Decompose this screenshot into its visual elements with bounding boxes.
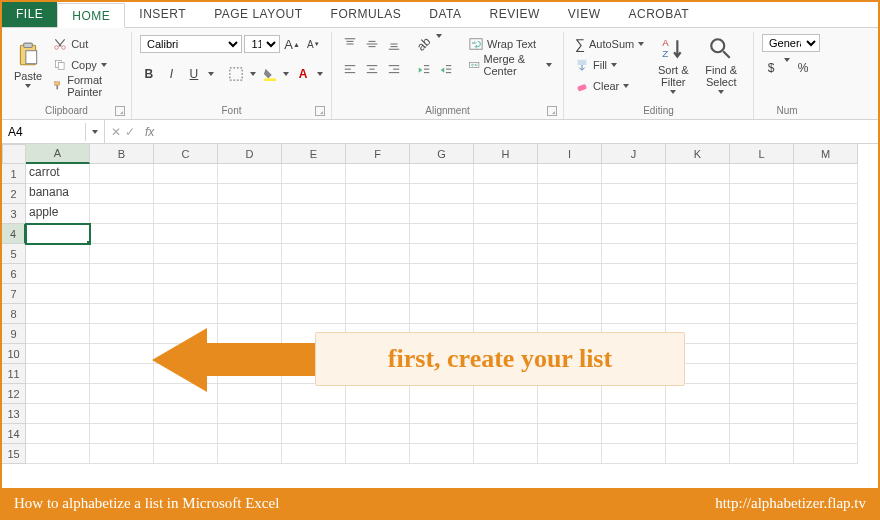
row-header-7[interactable]: 7 — [2, 284, 26, 304]
row-header-3[interactable]: 3 — [2, 204, 26, 224]
cell-B14[interactable] — [90, 424, 154, 444]
tab-page-layout[interactable]: PAGE LAYOUT — [200, 2, 316, 27]
cell-A14[interactable] — [26, 424, 90, 444]
increase-indent-button[interactable] — [436, 60, 456, 80]
cell-C5[interactable] — [154, 244, 218, 264]
cell-C1[interactable] — [154, 164, 218, 184]
align-middle-button[interactable] — [362, 34, 382, 54]
cell-F14[interactable] — [346, 424, 410, 444]
cell-M14[interactable] — [794, 424, 858, 444]
cell-J6[interactable] — [602, 264, 666, 284]
chevron-down-icon[interactable] — [208, 72, 214, 76]
number-format-select[interactable]: General — [762, 34, 820, 52]
cell-E13[interactable] — [282, 404, 346, 424]
cell-E8[interactable] — [282, 304, 346, 324]
cell-B8[interactable] — [90, 304, 154, 324]
cell-M15[interactable] — [794, 444, 858, 464]
row-header-8[interactable]: 8 — [2, 304, 26, 324]
col-header-F[interactable]: F — [346, 144, 410, 164]
cell-K10[interactable] — [666, 344, 730, 364]
cell-B12[interactable] — [90, 384, 154, 404]
cell-C8[interactable] — [154, 304, 218, 324]
row-header-14[interactable]: 14 — [2, 424, 26, 444]
cut-button[interactable]: Cut — [50, 34, 123, 54]
cell-M9[interactable] — [794, 324, 858, 344]
cell-B1[interactable] — [90, 164, 154, 184]
col-header-G[interactable]: G — [410, 144, 474, 164]
cell-H13[interactable] — [474, 404, 538, 424]
cell-E9[interactable] — [282, 324, 346, 344]
cell-D2[interactable] — [218, 184, 282, 204]
cell-E4[interactable] — [282, 224, 346, 244]
cell-D1[interactable] — [218, 164, 282, 184]
align-left-button[interactable] — [340, 60, 360, 80]
cell-K13[interactable] — [666, 404, 730, 424]
percent-button[interactable]: % — [794, 58, 812, 78]
cell-F11[interactable] — [346, 364, 410, 384]
cell-A2[interactable]: banana — [26, 184, 90, 204]
cell-H9[interactable] — [474, 324, 538, 344]
cell-M8[interactable] — [794, 304, 858, 324]
cell-I3[interactable] — [538, 204, 602, 224]
row-header-11[interactable]: 11 — [2, 364, 26, 384]
cell-J9[interactable] — [602, 324, 666, 344]
cell-I14[interactable] — [538, 424, 602, 444]
cell-K1[interactable] — [666, 164, 730, 184]
tab-file[interactable]: FILE — [2, 2, 57, 27]
cell-L2[interactable] — [730, 184, 794, 204]
cell-J11[interactable] — [602, 364, 666, 384]
name-box[interactable] — [2, 123, 86, 141]
cell-L6[interactable] — [730, 264, 794, 284]
cell-D5[interactable] — [218, 244, 282, 264]
cell-K14[interactable] — [666, 424, 730, 444]
find-select-button[interactable]: Find & Select — [699, 34, 743, 96]
cell-F2[interactable] — [346, 184, 410, 204]
cell-J2[interactable] — [602, 184, 666, 204]
cell-F15[interactable] — [346, 444, 410, 464]
cell-K4[interactable] — [666, 224, 730, 244]
align-right-button[interactable] — [384, 60, 404, 80]
cell-H11[interactable] — [474, 364, 538, 384]
font-color-button[interactable]: A — [294, 64, 312, 84]
cell-M7[interactable] — [794, 284, 858, 304]
cell-H6[interactable] — [474, 264, 538, 284]
cell-L10[interactable] — [730, 344, 794, 364]
cell-F12[interactable] — [346, 384, 410, 404]
cell-D9[interactable] — [218, 324, 282, 344]
cell-L9[interactable] — [730, 324, 794, 344]
cell-G9[interactable] — [410, 324, 474, 344]
cell-J4[interactable] — [602, 224, 666, 244]
cell-G11[interactable] — [410, 364, 474, 384]
cell-L5[interactable] — [730, 244, 794, 264]
cell-H15[interactable] — [474, 444, 538, 464]
cell-H4[interactable] — [474, 224, 538, 244]
cell-C15[interactable] — [154, 444, 218, 464]
tab-review[interactable]: REVIEW — [475, 2, 553, 27]
fx-icon[interactable]: fx — [141, 125, 158, 139]
orientation-button[interactable]: ab — [414, 34, 434, 54]
cell-G3[interactable] — [410, 204, 474, 224]
col-header-M[interactable]: M — [794, 144, 858, 164]
row-header-12[interactable]: 12 — [2, 384, 26, 404]
grow-font-button[interactable]: A▲ — [282, 34, 301, 54]
cell-H3[interactable] — [474, 204, 538, 224]
align-top-button[interactable] — [340, 34, 360, 54]
autosum-button[interactable]: ∑AutoSum — [572, 34, 647, 54]
cell-K12[interactable] — [666, 384, 730, 404]
cell-J13[interactable] — [602, 404, 666, 424]
cell-K3[interactable] — [666, 204, 730, 224]
cell-J10[interactable] — [602, 344, 666, 364]
cell-D8[interactable] — [218, 304, 282, 324]
cell-I2[interactable] — [538, 184, 602, 204]
cell-C11[interactable] — [154, 364, 218, 384]
cell-F1[interactable] — [346, 164, 410, 184]
cell-E3[interactable] — [282, 204, 346, 224]
cell-I8[interactable] — [538, 304, 602, 324]
cell-M12[interactable] — [794, 384, 858, 404]
decrease-indent-button[interactable] — [414, 60, 434, 80]
row-header-9[interactable]: 9 — [2, 324, 26, 344]
cell-B11[interactable] — [90, 364, 154, 384]
cell-F10[interactable] — [346, 344, 410, 364]
cell-B10[interactable] — [90, 344, 154, 364]
wrap-text-button[interactable]: ab Wrap Text — [466, 34, 555, 54]
